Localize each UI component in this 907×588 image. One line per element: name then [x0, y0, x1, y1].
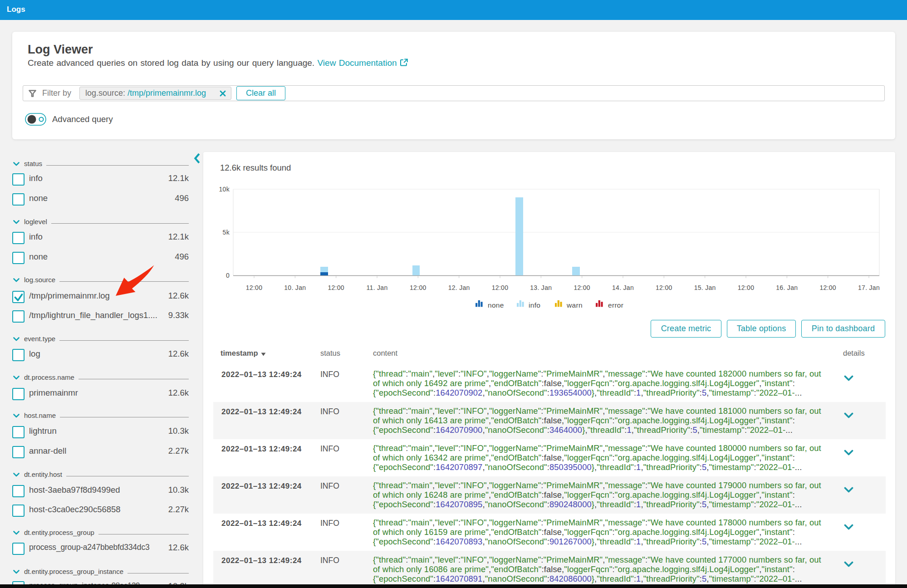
svg-text:13. Jan: 13. Jan: [530, 284, 552, 291]
svg-text:17. Jan: 17. Jan: [858, 284, 880, 291]
svg-text:16. Jan: 16. Jan: [776, 284, 798, 291]
svg-text:12:00: 12:00: [656, 284, 672, 291]
svg-text:12:00: 12:00: [328, 284, 344, 291]
svg-text:5k: 5k: [223, 229, 230, 236]
svg-text:12:00: 12:00: [574, 284, 590, 291]
svg-text:info: info: [529, 301, 540, 309]
svg-text:11. Jan: 11. Jan: [367, 284, 388, 291]
svg-text:12. Jan: 12. Jan: [448, 284, 470, 291]
svg-text:12:00: 12:00: [738, 284, 755, 291]
svg-text:10. Jan: 10. Jan: [284, 284, 306, 291]
svg-text:12:00: 12:00: [492, 284, 509, 291]
svg-text:0: 0: [226, 272, 230, 279]
svg-text:12:00: 12:00: [410, 284, 427, 291]
svg-text:warn: warn: [566, 301, 583, 309]
svg-text:10k: 10k: [219, 186, 230, 193]
svg-text:error: error: [608, 301, 623, 309]
svg-text:12:00: 12:00: [819, 284, 836, 291]
svg-text:14. Jan: 14. Jan: [612, 284, 634, 291]
svg-text:none: none: [488, 301, 504, 309]
svg-text:12:00: 12:00: [246, 284, 263, 291]
svg-text:15. Jan: 15. Jan: [694, 284, 716, 291]
